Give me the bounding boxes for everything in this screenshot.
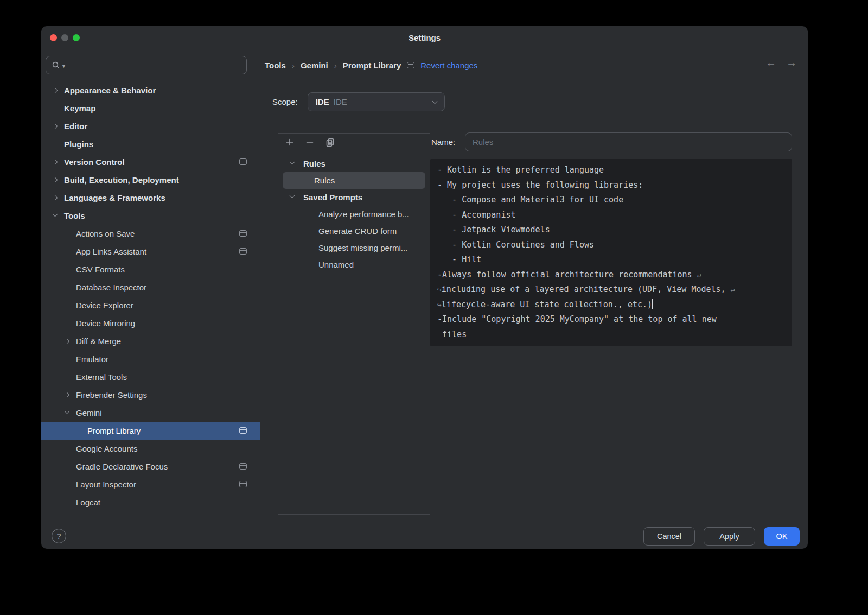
sidebar-item-label: Keymap [64, 104, 95, 113]
sidebar-item-languages-frameworks[interactable]: Languages & Frameworks [41, 189, 260, 207]
prompt-text-editor[interactable]: - Kotlin is the preferred language - My … [430, 159, 792, 346]
prompt-item-unnamed[interactable]: Unnamed [278, 256, 430, 273]
prompt-item-label: Rules [314, 176, 335, 185]
scope-label: Scope: [272, 97, 298, 106]
editor-line: ↪including use of a layered architecture… [437, 282, 785, 297]
sidebar-item-firebender-settings[interactable]: Firebender Settings [41, 386, 260, 404]
sidebar-item-diff-merge[interactable]: Diff & Merge [41, 332, 260, 350]
apply-button[interactable]: Apply [704, 527, 755, 546]
sidebar-item-label: App Links Assistant [76, 247, 146, 256]
sidebar-item-csv-formats[interactable]: CSV Formats [41, 261, 260, 278]
sidebar-item-label: Prompt Library [87, 426, 141, 435]
prompt-item-label: Generate CRUD form [318, 226, 397, 236]
settings-window: Settings ▼ Appearance & Behavior Keymap … [41, 26, 808, 549]
editor-line: - Kotlin Coroutines and Flows [437, 238, 785, 253]
soft-wrap-icon: ↪ [437, 286, 442, 294]
sidebar-item-label: Actions on Save [76, 229, 135, 238]
sidebar-item-emulator[interactable]: Emulator [41, 350, 260, 368]
name-input[interactable] [465, 132, 792, 151]
chevron-down-icon [432, 98, 437, 104]
remove-button[interactable] [305, 138, 314, 147]
sidebar-item-gemini[interactable]: Gemini [41, 404, 260, 422]
minus-icon [305, 138, 314, 147]
sidebar-item-version-control[interactable]: Version Control [41, 153, 260, 171]
duplicate-button[interactable] [326, 138, 335, 147]
search-field[interactable]: ▼ [46, 56, 247, 74]
chevron-right-icon [53, 160, 58, 165]
question-icon: ? [56, 531, 61, 541]
sidebar-item-database-inspector[interactable]: Database Inspector [41, 278, 260, 296]
sidebar-item-label: Firebender Settings [76, 390, 147, 400]
help-button[interactable]: ? [52, 529, 66, 543]
ok-button[interactable]: OK [764, 527, 800, 546]
close-button[interactable] [50, 34, 57, 41]
editor-line: files [437, 327, 785, 343]
back-arrow-icon[interactable]: ← [765, 56, 776, 69]
sidebar-item-logcat[interactable]: Logcat [41, 493, 260, 511]
scope-dropdown[interactable]: IDE IDE [308, 92, 445, 111]
forward-arrow-icon[interactable]: → [786, 56, 797, 69]
sidebar-item-label: Languages & Frameworks [64, 193, 165, 202]
sidebar-item-device-mirroring[interactable]: Device Mirroring [41, 314, 260, 332]
sidebar-item-google-accounts[interactable]: Google Accounts [41, 440, 260, 458]
prompt-item-generate-crud-form[interactable]: Generate CRUD form [278, 223, 430, 239]
group-label: Rules [303, 159, 326, 168]
window-icon [239, 158, 247, 165]
prompt-item-analyze-performance[interactable]: Analyze performance b... [278, 206, 430, 223]
revert-changes-link[interactable]: Revert changes [420, 61, 477, 70]
settings-sidebar: ▼ Appearance & Behavior Keymap Editor Pl… [41, 50, 260, 523]
sidebar-divider [260, 50, 260, 523]
breadcrumb: Tools › Gemini › Prompt Library Revert c… [265, 56, 477, 74]
sidebar-item-appearance-behavior[interactable]: Appearance & Behavior [41, 81, 260, 99]
sidebar-item-label: Device Explorer [76, 301, 133, 310]
chevron-right-icon [65, 339, 70, 344]
prompt-item-rules[interactable]: Rules [283, 172, 425, 189]
window-icon [239, 230, 247, 237]
group-label: Saved Prompts [303, 193, 362, 202]
prompt-list-toolbar [278, 134, 430, 151]
copy-icon [326, 138, 335, 147]
sidebar-item-tools[interactable]: Tools [41, 207, 260, 225]
sidebar-item-device-explorer[interactable]: Device Explorer [41, 296, 260, 314]
sidebar-item-keymap[interactable]: Keymap [41, 99, 260, 117]
sidebar-item-editor[interactable]: Editor [41, 117, 260, 135]
search-history-chevron-icon[interactable]: ▼ [61, 64, 66, 69]
breadcrumb-tools[interactable]: Tools [265, 61, 286, 70]
settings-tree: Appearance & Behavior Keymap Editor Plug… [41, 81, 260, 511]
chevron-down-icon [290, 193, 295, 199]
magnifier-icon [52, 61, 60, 69]
sidebar-item-app-links-assistant[interactable]: App Links Assistant [41, 243, 260, 261]
search-input[interactable] [71, 61, 241, 70]
minimize-button[interactable] [61, 34, 68, 41]
editor-line: - Accompanist [437, 208, 785, 223]
sidebar-item-build-execution-deployment[interactable]: Build, Execution, Deployment [41, 171, 260, 189]
sidebar-item-actions-on-save[interactable]: Actions on Save [41, 225, 260, 243]
prompt-group-rules[interactable]: Rules [278, 155, 430, 172]
sidebar-item-external-tools[interactable]: External Tools [41, 368, 260, 386]
chevron-right-icon [53, 124, 58, 129]
titlebar: Settings [41, 26, 808, 50]
sidebar-item-label: CSV Formats [76, 265, 125, 274]
sidebar-item-label: Plugins [64, 140, 93, 149]
breadcrumb-gemini[interactable]: Gemini [301, 61, 328, 70]
sidebar-item-label: Layout Inspector [76, 480, 136, 489]
sidebar-item-gradle-declarative-focus[interactable]: Gradle Declarative Focus [41, 458, 260, 475]
add-button[interactable] [285, 138, 294, 147]
sidebar-item-label: Emulator [76, 354, 108, 364]
sidebar-item-label: Gradle Declarative Focus [76, 462, 168, 471]
zoom-button[interactable] [73, 34, 80, 41]
cancel-button[interactable]: Cancel [643, 527, 695, 546]
dialog-footer: ? Cancel Apply OK [41, 523, 808, 549]
chevron-right-icon [65, 392, 70, 398]
sidebar-item-layout-inspector[interactable]: Layout Inspector [41, 475, 260, 493]
window-icon [239, 481, 247, 487]
scope-selected-value: IDE [334, 97, 347, 106]
editor-line: -Always follow official architecture rec… [437, 268, 785, 283]
soft-wrap-icon: ↵ [697, 271, 701, 279]
prompt-tree: Rules Rules Saved Prompts Analyze perfor… [278, 151, 430, 273]
prompt-item-suggest-missing-permissions[interactable]: Suggest missing permi... [278, 239, 430, 256]
chevron-right-icon [53, 195, 58, 201]
sidebar-item-plugins[interactable]: Plugins [41, 135, 260, 153]
prompt-group-saved-prompts[interactable]: Saved Prompts [278, 189, 430, 206]
sidebar-item-prompt-library[interactable]: Prompt Library [41, 422, 260, 440]
